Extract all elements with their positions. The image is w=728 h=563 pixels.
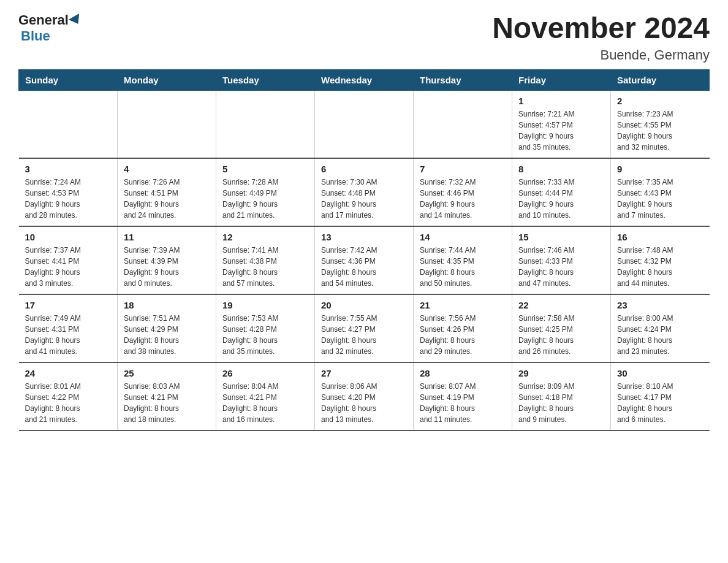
- day-info: Sunrise: 7:35 AM Sunset: 4:43 PM Dayligh…: [617, 177, 703, 221]
- day-info: Sunrise: 7:32 AM Sunset: 4:46 PM Dayligh…: [420, 177, 506, 221]
- day-number: 11: [124, 232, 210, 242]
- day-info: Sunrise: 8:01 AM Sunset: 4:22 PM Dayligh…: [25, 381, 112, 425]
- day-number: 13: [321, 232, 407, 242]
- day-number: 25: [124, 368, 210, 378]
- day-number: 12: [222, 232, 308, 242]
- calendar-week-row: 17Sunrise: 7:49 AM Sunset: 4:31 PM Dayli…: [19, 294, 710, 362]
- calendar-cell: 21Sunrise: 7:56 AM Sunset: 4:26 PM Dayli…: [414, 294, 512, 362]
- calendar-subtitle: Buende, Germany: [492, 47, 710, 63]
- day-info: Sunrise: 8:03 AM Sunset: 4:21 PM Dayligh…: [124, 381, 210, 425]
- page-header: General Blue November 2024 Buende, Germa…: [18, 12, 710, 63]
- calendar-header-row: SundayMondayTuesdayWednesdayThursdayFrid…: [19, 69, 710, 90]
- logo-blue-text: Blue: [21, 28, 50, 44]
- logo-general-text: General: [18, 12, 69, 28]
- day-info: Sunrise: 7:26 AM Sunset: 4:51 PM Dayligh…: [124, 177, 210, 221]
- calendar-cell: 5Sunrise: 7:28 AM Sunset: 4:49 PM Daylig…: [216, 158, 315, 226]
- day-number: 29: [518, 368, 604, 378]
- day-number: 24: [25, 368, 112, 378]
- day-info: Sunrise: 7:24 AM Sunset: 4:53 PM Dayligh…: [25, 177, 112, 221]
- day-info: Sunrise: 7:56 AM Sunset: 4:26 PM Dayligh…: [420, 313, 506, 357]
- logo-general: General: [18, 12, 82, 28]
- calendar-cell: 23Sunrise: 8:00 AM Sunset: 4:24 PM Dayli…: [611, 294, 710, 362]
- header-day-sunday: Sunday: [19, 69, 118, 90]
- day-info: Sunrise: 8:09 AM Sunset: 4:18 PM Dayligh…: [518, 381, 604, 425]
- day-info: Sunrise: 7:30 AM Sunset: 4:48 PM Dayligh…: [321, 177, 407, 221]
- calendar-cell: 8Sunrise: 7:33 AM Sunset: 4:44 PM Daylig…: [512, 158, 611, 226]
- calendar-cell: 20Sunrise: 7:55 AM Sunset: 4:27 PM Dayli…: [315, 294, 414, 362]
- calendar-cell: 22Sunrise: 7:58 AM Sunset: 4:25 PM Dayli…: [512, 294, 611, 362]
- header-day-wednesday: Wednesday: [315, 69, 414, 90]
- calendar-table: SundayMondayTuesdayWednesdayThursdayFrid…: [18, 69, 710, 431]
- day-number: 4: [124, 164, 210, 174]
- calendar-week-row: 10Sunrise: 7:37 AM Sunset: 4:41 PM Dayli…: [19, 226, 710, 294]
- header-day-thursday: Thursday: [414, 69, 512, 90]
- calendar-cell: 9Sunrise: 7:35 AM Sunset: 4:43 PM Daylig…: [611, 158, 710, 226]
- header-day-friday: Friday: [512, 69, 611, 90]
- calendar-cell: 6Sunrise: 7:30 AM Sunset: 4:48 PM Daylig…: [315, 158, 414, 226]
- calendar-cell: 12Sunrise: 7:41 AM Sunset: 4:38 PM Dayli…: [216, 226, 315, 294]
- day-info: Sunrise: 7:51 AM Sunset: 4:29 PM Dayligh…: [124, 313, 210, 357]
- calendar-cell: 18Sunrise: 7:51 AM Sunset: 4:29 PM Dayli…: [118, 294, 216, 362]
- day-info: Sunrise: 7:53 AM Sunset: 4:28 PM Dayligh…: [222, 313, 308, 357]
- day-info: Sunrise: 7:37 AM Sunset: 4:41 PM Dayligh…: [25, 245, 112, 289]
- calendar-title: November 2024: [492, 12, 710, 45]
- logo-arrow-icon: [69, 13, 83, 27]
- day-info: Sunrise: 7:46 AM Sunset: 4:33 PM Dayligh…: [518, 245, 604, 289]
- day-number: 20: [321, 300, 407, 310]
- day-info: Sunrise: 8:06 AM Sunset: 4:20 PM Dayligh…: [321, 381, 407, 425]
- day-number: 21: [420, 300, 506, 310]
- day-number: 26: [222, 368, 308, 378]
- day-number: 1: [518, 96, 604, 106]
- day-number: 7: [420, 164, 506, 174]
- calendar-cell: 26Sunrise: 8:04 AM Sunset: 4:21 PM Dayli…: [216, 362, 315, 431]
- calendar-cell: 7Sunrise: 7:32 AM Sunset: 4:46 PM Daylig…: [414, 158, 512, 226]
- calendar-cell: [414, 90, 512, 158]
- calendar-cell: 13Sunrise: 7:42 AM Sunset: 4:36 PM Dayli…: [315, 226, 414, 294]
- day-number: 3: [25, 164, 112, 174]
- day-info: Sunrise: 7:21 AM Sunset: 4:57 PM Dayligh…: [518, 109, 604, 153]
- calendar-cell: 30Sunrise: 8:10 AM Sunset: 4:17 PM Dayli…: [611, 362, 710, 431]
- day-info: Sunrise: 8:04 AM Sunset: 4:21 PM Dayligh…: [222, 381, 308, 425]
- day-info: Sunrise: 7:48 AM Sunset: 4:32 PM Dayligh…: [617, 245, 703, 289]
- logo: General Blue: [18, 12, 82, 44]
- header-day-saturday: Saturday: [611, 69, 710, 90]
- calendar-week-row: 3Sunrise: 7:24 AM Sunset: 4:53 PM Daylig…: [19, 158, 710, 226]
- header-day-monday: Monday: [118, 69, 216, 90]
- day-number: 18: [124, 300, 210, 310]
- day-number: 19: [222, 300, 308, 310]
- calendar-cell: 3Sunrise: 7:24 AM Sunset: 4:53 PM Daylig…: [19, 158, 118, 226]
- day-number: 6: [321, 164, 407, 174]
- calendar-cell: [216, 90, 315, 158]
- calendar-cell: 24Sunrise: 8:01 AM Sunset: 4:22 PM Dayli…: [19, 362, 118, 431]
- calendar-cell: 29Sunrise: 8:09 AM Sunset: 4:18 PM Dayli…: [512, 362, 611, 431]
- day-number: 27: [321, 368, 407, 378]
- day-info: Sunrise: 7:49 AM Sunset: 4:31 PM Dayligh…: [25, 313, 112, 357]
- calendar-cell: 28Sunrise: 8:07 AM Sunset: 4:19 PM Dayli…: [414, 362, 512, 431]
- calendar-cell: [315, 90, 414, 158]
- day-info: Sunrise: 8:07 AM Sunset: 4:19 PM Dayligh…: [420, 381, 506, 425]
- day-info: Sunrise: 7:39 AM Sunset: 4:39 PM Dayligh…: [124, 245, 210, 289]
- calendar-cell: 11Sunrise: 7:39 AM Sunset: 4:39 PM Dayli…: [118, 226, 216, 294]
- calendar-cell: 4Sunrise: 7:26 AM Sunset: 4:51 PM Daylig…: [118, 158, 216, 226]
- day-info: Sunrise: 8:10 AM Sunset: 4:17 PM Dayligh…: [617, 381, 703, 425]
- day-info: Sunrise: 8:00 AM Sunset: 4:24 PM Dayligh…: [617, 313, 703, 357]
- day-number: 8: [518, 164, 604, 174]
- calendar-week-row: 24Sunrise: 8:01 AM Sunset: 4:22 PM Dayli…: [19, 362, 710, 431]
- calendar-cell: 10Sunrise: 7:37 AM Sunset: 4:41 PM Dayli…: [19, 226, 118, 294]
- day-info: Sunrise: 7:58 AM Sunset: 4:25 PM Dayligh…: [518, 313, 604, 357]
- day-number: 16: [617, 232, 703, 242]
- calendar-cell: 14Sunrise: 7:44 AM Sunset: 4:35 PM Dayli…: [414, 226, 512, 294]
- title-block: November 2024 Buende, Germany: [492, 12, 710, 63]
- day-number: 30: [617, 368, 703, 378]
- day-info: Sunrise: 7:41 AM Sunset: 4:38 PM Dayligh…: [222, 245, 308, 289]
- day-number: 17: [25, 300, 112, 310]
- calendar-cell: 27Sunrise: 8:06 AM Sunset: 4:20 PM Dayli…: [315, 362, 414, 431]
- day-number: 9: [617, 164, 703, 174]
- calendar-cell: 16Sunrise: 7:48 AM Sunset: 4:32 PM Dayli…: [611, 226, 710, 294]
- day-number: 22: [518, 300, 604, 310]
- day-number: 23: [617, 300, 703, 310]
- day-number: 10: [25, 232, 112, 242]
- header-day-tuesday: Tuesday: [216, 69, 315, 90]
- day-number: 14: [420, 232, 506, 242]
- calendar-cell: 2Sunrise: 7:23 AM Sunset: 4:55 PM Daylig…: [611, 90, 710, 158]
